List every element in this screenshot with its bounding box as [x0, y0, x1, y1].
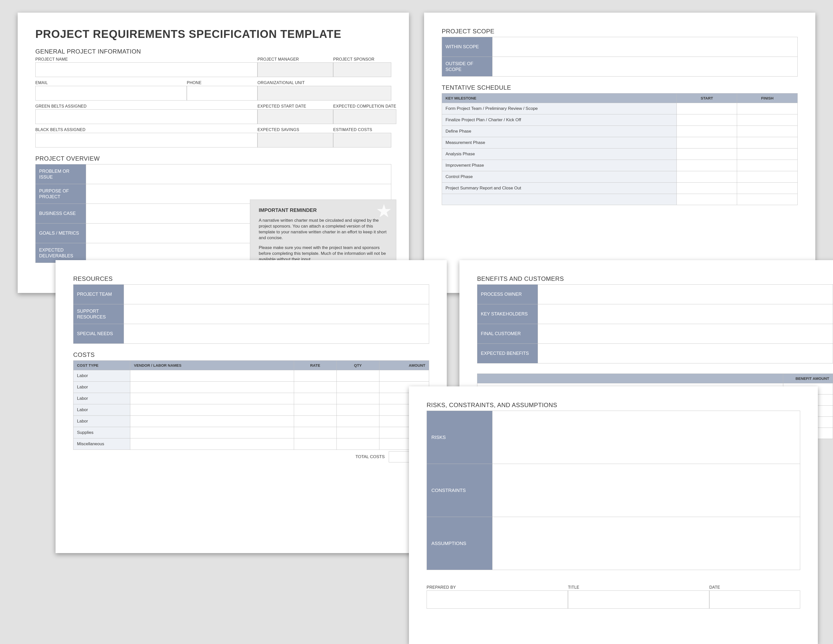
input-exp-start[interactable]: [257, 109, 333, 124]
label-email: EMAIL: [35, 80, 187, 85]
overview-row-label: PROBLEM OR ISSUE: [35, 164, 86, 184]
costs-cell-vendor[interactable]: [130, 438, 294, 450]
label-project-name: PROJECT NAME: [35, 57, 257, 62]
benefits-row-value[interactable]: [538, 324, 833, 344]
schedule-cell-start[interactable]: [677, 171, 737, 183]
label-date: DATE: [709, 585, 800, 590]
schedule-cell-start[interactable]: [677, 148, 737, 160]
costs-col-rate: RATE: [294, 361, 336, 370]
benefits-table: PROCESS OWNER KEY STAKEHOLDERS FINAL CUS…: [477, 284, 833, 364]
input-exp-savings[interactable]: [257, 133, 333, 148]
schedule-cell-start[interactable]: [677, 160, 737, 171]
row-name-mgr-sponsor: PROJECT NAME PROJECT MANAGER PROJECT SPO…: [35, 57, 391, 77]
input-project-name[interactable]: [35, 63, 257, 77]
schedule-cell-start[interactable]: [677, 137, 737, 148]
schedule-cell-finish[interactable]: [737, 148, 798, 160]
input-title[interactable]: [568, 591, 709, 609]
schedule-cell-finish[interactable]: [737, 137, 798, 148]
risks-row-value[interactable]: [492, 464, 800, 517]
label-title: TITLE: [568, 585, 709, 590]
costs-cell-qty[interactable]: [336, 416, 379, 427]
overview-row-label: EXPECTED DELIVERABLES: [35, 243, 86, 263]
schedule-cell-finish[interactable]: [737, 126, 798, 137]
costs-cell-rate[interactable]: [294, 427, 336, 438]
section-overview: PROJECT OVERVIEW: [35, 155, 391, 162]
input-project-sponsor[interactable]: [333, 63, 391, 77]
page-resources-costs: RESOURCES PROJECT TEAM SUPPORT RESOURCES…: [56, 260, 447, 553]
page-scope-schedule: PROJECT SCOPE WITHIN SCOPE OUTSIDE OF SC…: [424, 13, 815, 293]
schedule-cell-milestone: Form Project Team / Preliminary Review /…: [442, 103, 677, 114]
costs-cell-qty[interactable]: [336, 370, 379, 382]
star-icon: [376, 203, 391, 219]
costs-cell-vendor[interactable]: [130, 382, 294, 393]
benefits-row-value[interactable]: [538, 304, 833, 324]
benefits-row-label: PROCESS OWNER: [477, 285, 538, 304]
input-prepared-by[interactable]: [426, 591, 568, 609]
schedule-cell-finish[interactable]: [737, 183, 798, 194]
input-exp-completion[interactable]: [333, 109, 396, 124]
costs-cell-rate[interactable]: [294, 404, 336, 416]
schedule-cell-finish[interactable]: [737, 103, 798, 114]
risks-row-value[interactable]: [492, 411, 800, 464]
costs-cell-type: Labor: [74, 370, 130, 382]
costs-cell-rate[interactable]: [294, 416, 336, 427]
callout-paragraph: Please make sure you meet with the proje…: [259, 245, 388, 262]
schedule-cell-start[interactable]: [677, 126, 737, 137]
signoff-row: PREPARED BY TITLE DATE: [426, 585, 800, 609]
costs-total-label: TOTAL COSTS: [355, 454, 385, 459]
scope-row-value[interactable]: [492, 57, 798, 77]
input-project-manager[interactable]: [257, 63, 333, 77]
schedule-col-finish: FINISH: [737, 93, 798, 103]
page-general-overview: PROJECT REQUIREMENTS SPECIFICATION TEMPL…: [18, 13, 409, 293]
costs-cell-rate[interactable]: [294, 382, 336, 393]
resources-row-value[interactable]: [124, 324, 429, 344]
costs-cell-qty[interactable]: [336, 438, 379, 450]
input-email[interactable]: [35, 86, 187, 100]
costs-cell-qty[interactable]: [336, 382, 379, 393]
costs-cell-amt[interactable]: [379, 370, 429, 382]
benefits-row-label: EXPECTED BENEFITS: [477, 344, 538, 364]
costs-cell-vendor[interactable]: [130, 416, 294, 427]
schedule-cell-start[interactable]: [677, 194, 737, 205]
costs-cell-rate[interactable]: [294, 438, 336, 450]
costs-cell-rate[interactable]: [294, 393, 336, 404]
schedule-cell-start[interactable]: [677, 183, 737, 194]
schedule-cell-finish[interactable]: [737, 171, 798, 183]
scope-row-value[interactable]: [492, 37, 798, 57]
schedule-cell-milestone[interactable]: [442, 194, 677, 205]
costs-cell-vendor[interactable]: [130, 393, 294, 404]
schedule-cell-finish[interactable]: [737, 160, 798, 171]
input-green-belts[interactable]: [35, 109, 257, 124]
schedule-cell-start[interactable]: [677, 103, 737, 114]
input-phone[interactable]: [187, 86, 257, 100]
resources-row-label: SPECIAL NEEDS: [74, 324, 124, 344]
resources-row-value[interactable]: [124, 285, 429, 304]
costs-cell-vendor[interactable]: [130, 427, 294, 438]
input-date[interactable]: [709, 591, 800, 609]
schedule-col-start: START: [677, 93, 737, 103]
schedule-cell-milestone: Improvement Phase: [442, 160, 677, 171]
benefits-row-value[interactable]: [538, 344, 833, 364]
costs-cell-vendor[interactable]: [130, 404, 294, 416]
risks-row-value[interactable]: [492, 517, 800, 570]
overview-row-value[interactable]: [86, 164, 391, 184]
input-est-costs[interactable]: [333, 133, 391, 148]
costs-cell-qty[interactable]: [336, 393, 379, 404]
costs-cell-vendor[interactable]: [130, 370, 294, 382]
input-org-unit[interactable]: [257, 86, 391, 100]
resources-row-value[interactable]: [124, 304, 429, 324]
benefits-row-value[interactable]: [538, 285, 833, 304]
costs-cell-rate[interactable]: [294, 370, 336, 382]
costs-cell-qty[interactable]: [336, 427, 379, 438]
schedule-cell-start[interactable]: [677, 114, 737, 126]
callout-paragraph: A narrative written charter must be circ…: [259, 218, 388, 241]
schedule-cell-finish[interactable]: [737, 194, 798, 205]
schedule-cell-finish[interactable]: [737, 114, 798, 126]
costs-cell-qty[interactable]: [336, 404, 379, 416]
label-project-sponsor: PROJECT SPONSOR: [333, 57, 391, 62]
schedule-cell-milestone: Project Summary Report and Close Out: [442, 183, 677, 194]
input-black-belts[interactable]: [35, 133, 257, 148]
schedule-cell-milestone: Analysis Phase: [442, 148, 677, 160]
section-schedule: TENTATIVE SCHEDULE: [442, 84, 798, 91]
callout-title: IMPORTANT REMINDER: [259, 207, 388, 213]
